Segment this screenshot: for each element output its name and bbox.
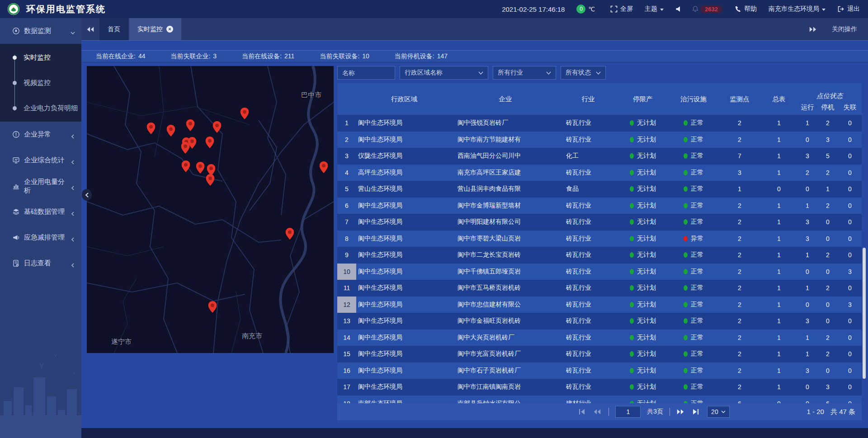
sidebar-item[interactable]: 应急减排管理 [0,225,81,250]
page-number-input[interactable] [615,406,641,418]
status-filter-select[interactable]: 所有状态 [561,66,606,80]
map-marker-pin-icon[interactable] [240,108,249,119]
cell-facility-status: 正常 [668,363,719,379]
logout-button[interactable]: 退出 [837,5,860,13]
table-row[interactable]: 14 阆中生态环境局 阆中大兴页岩机砖厂 砖瓦行业 无计划 正常 2 1 1 2… [337,330,862,346]
name-filter-input[interactable] [337,66,395,80]
theme-menu[interactable]: 主题 [645,5,664,13]
sidebar-subitem[interactable]: 实时监控 [0,45,81,70]
tabs-scroll-left-button[interactable] [81,18,99,40]
table-row[interactable]: 5 营山生态环境局 营山县润丰肉食品有限 食品 无计划 正常 1 0 0 1 0 [337,181,862,198]
map-marker-pin-icon[interactable] [208,301,217,313]
map-marker-pin-icon[interactable] [146,122,155,134]
sidebar-item[interactable]: 基础数据管理 [0,199,81,225]
region-filter-select[interactable]: 行政区域名称 [400,66,488,80]
sidebar-subitem[interactable]: 企业电力负荷明细 [0,95,81,121]
total-pages-label: 共3页 [647,408,663,416]
sidebar-item[interactable]: 企业异常 [0,122,81,147]
table-row[interactable]: 11 阆中生态环境局 阆中市五马桥页岩机砖 砖瓦行业 无计划 正常 2 1 1 … [337,280,862,297]
table-row[interactable]: 15 阆中生态环境局 阆中市光富页岩机砖厂 砖瓦行业 无计划 正常 2 1 1 … [337,346,862,363]
tabs-scroll-right-button[interactable] [804,26,822,33]
close-operations-button[interactable]: 关闭操作 [832,25,857,33]
cell-stopped: 2 [817,115,838,132]
table-row[interactable]: 7 阆中生态环境局 阆中明阳建材有限公司 砖瓦行业 无计划 正常 2 1 3 0… [337,214,862,231]
cell-industry: 建材行业 [559,396,618,404]
cell-region: 阆中生态环境局 [356,280,452,297]
sidebar-item[interactable]: 企业综合统计 [0,147,81,173]
stat-label: 当前在线企业: [96,52,136,61]
nav-chevron-icon [71,261,75,266]
map-marker-pin-icon[interactable] [181,160,190,172]
tab[interactable]: 实时监控 × [129,18,181,40]
help-button[interactable]: 帮助 [734,5,757,13]
page-size-select[interactable]: 20 [707,406,730,418]
cell-industry: 砖瓦行业 [559,231,618,247]
cell-running: 1 [797,247,817,264]
table-row[interactable]: 8 阆中生态环境局 阆中市枣碧大梁山页岩 砖瓦行业 无计划 异常 2 1 3 0… [337,231,862,247]
sidebar-subitem[interactable]: 视频监控 [0,70,81,95]
table-row[interactable]: 13 阆中生态环境局 阆中市金福旺页岩机砖 砖瓦行业 无计划 正常 2 1 3 … [337,313,862,330]
map-panel[interactable]: 巴中市南充市遂宁市 [87,66,334,353]
cell-facility-status: 正常 [668,115,719,132]
next-page-button[interactable] [676,408,685,415]
last-page-button[interactable] [692,408,701,415]
table-row[interactable]: 9 阆中生态环境局 阆中市二龙长宝页岩砖 砖瓦行业 无计划 正常 2 1 1 2… [337,247,862,264]
sidebar-item[interactable]: 日志查看 [0,250,81,276]
table-row[interactable]: 1 阆中生态环境局 阆中强锐页岩砖厂 砖瓦行业 无计划 正常 2 1 1 2 0 [337,115,862,132]
table-row[interactable]: 16 阆中生态环境局 阆中市石子页岩机砖厂 砖瓦行业 无计划 正常 2 1 3 … [337,363,862,379]
tab-close-icon[interactable]: × [166,26,173,33]
table-row[interactable]: 10 阆中生态环境局 阆中千佛镇五郎垭页岩 砖瓦行业 无计划 正常 2 1 0 … [337,264,862,280]
cell-region: 仪陇生态环境局 [356,148,452,165]
sound-button[interactable] [675,5,683,13]
workspace-background: 当前在线企业:44 当前失联企业:3 当前在线设备:211 当前失联设备:10 … [81,41,868,428]
temperature-widget: 0 ℃ [576,5,595,14]
notification-badge[interactable]: 2632 [700,5,722,13]
first-page-button[interactable] [578,408,587,415]
table-row[interactable]: 4 高坪生态环境局 南充市高坪区王家店建 砖瓦行业 无计划 正常 3 1 2 2… [337,165,862,181]
table-row[interactable]: 17 阆中生态环境局 阆中市江南镇阆南页岩 砖瓦行业 无计划 正常 2 1 0 … [337,379,862,396]
map-marker-pin-icon[interactable] [205,137,214,148]
table-row[interactable]: 3 仪陇生态环境局 西南油气田分公司川中 化工 无计划 正常 7 1 3 5 0 [337,148,862,165]
logout-icon [837,5,844,13]
status-dot-icon [684,236,688,241]
cell-facility-status: 正常 [668,280,719,297]
map-marker-pin-icon[interactable] [196,162,205,174]
status-dot-icon [630,318,634,324]
map-marker-pin-icon[interactable] [166,125,175,137]
cell-offline: 0 [838,165,862,181]
table-row[interactable]: 18 南部生态环境局 南部县升钟水泥有限公 建材行业 无计划 正常 6 0 0 … [337,396,862,404]
sidebar-subitem-label: 实时监控 [24,53,51,62]
cell-industry: 食品 [559,181,618,198]
status-dot-icon [630,219,634,225]
industry-filter-select[interactable]: 所有行业 [493,66,556,80]
map-marker-pin-icon[interactable] [285,228,294,240]
table-row[interactable]: 12 阆中生态环境局 阆中市忠信建材有限公 砖瓦行业 无计划 正常 2 1 0 … [337,297,862,313]
sidebar-item[interactable]: 数据监测 [0,18,81,44]
map-marker-pin-icon[interactable] [206,174,215,186]
sidebar-item[interactable]: 企业用电量分析 [0,173,81,199]
map-marker-pin-icon[interactable] [181,142,189,154]
bullet-dot-icon [13,106,17,110]
panel-collapse-button[interactable] [82,189,92,201]
cell-meters: 1 [760,214,797,231]
cell-meters: 0 [760,396,797,404]
col-header-index [337,83,356,115]
cell-company: 阆中市南方节能建材有 [452,132,559,148]
table-scrollbar[interactable] [863,248,866,379]
row-index: 10 [337,264,356,280]
cell-limit-status: 无计划 [618,264,668,280]
fullscreen-button[interactable]: 全屏 [610,5,633,13]
cell-company: 阆中明阳建材有限公司 [452,214,559,231]
prev-page-button[interactable] [593,408,602,415]
cell-running: 1 [797,198,817,214]
col-header-facility: 治污设施 [668,83,719,115]
tab[interactable]: 首页 [99,18,128,40]
table-row[interactable]: 2 阆中生态环境局 阆中市南方节能建材有 砖瓦行业 无计划 正常 2 1 0 3… [337,132,862,148]
map-marker-pin-icon[interactable] [212,121,221,133]
table-row[interactable]: 6 阆中生态环境局 阆中市金博瑞新型墙材 砖瓦行业 无计划 正常 2 1 1 2… [337,198,862,214]
org-menu[interactable]: 南充市生态环境局 [769,5,826,13]
map-marker-pin-icon[interactable] [186,119,195,131]
map-marker-pin-icon[interactable] [320,161,328,173]
cell-region: 阆中生态环境局 [356,363,452,379]
table-header: 行政区域 企业 行业 停限产 治污设施 监测点 总表 点位状态 运行 停机 失联 [337,83,862,115]
